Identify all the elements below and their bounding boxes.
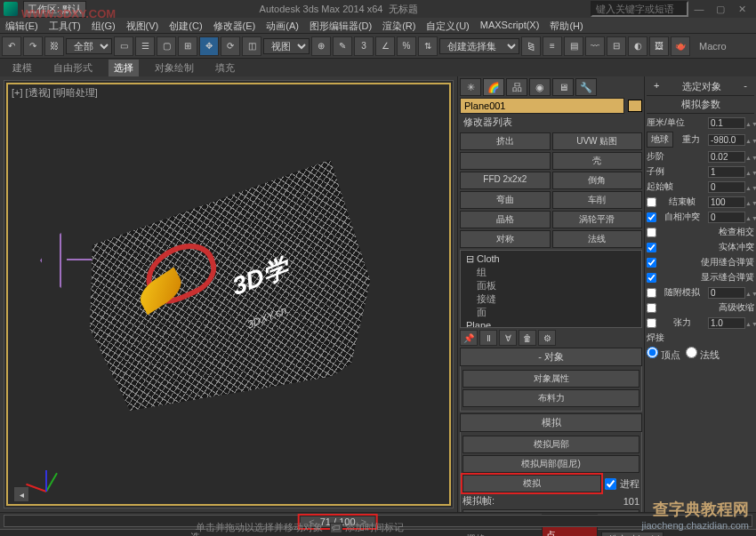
object-name-field[interactable]: Plane001	[460, 98, 624, 114]
make-unique-icon[interactable]: ∀	[499, 330, 517, 346]
mod-normal[interactable]: 法线	[552, 230, 643, 248]
configure-sets-icon[interactable]: ⚙	[538, 330, 556, 346]
mod-shell[interactable]: 壳	[552, 152, 643, 170]
check-intersect-checkbox[interactable]	[647, 228, 656, 237]
sim-params-header[interactable]: 模拟参数	[647, 96, 754, 114]
percent-snap-button[interactable]: %	[397, 36, 416, 56]
menu-views[interactable]: 视图(V)	[121, 18, 165, 33]
curve-editor-button[interactable]: 〰	[585, 36, 605, 56]
motion-tab-icon[interactable]: ◉	[529, 78, 551, 96]
mirror-button[interactable]: ⧎	[521, 36, 541, 56]
link-button[interactable]: ⛓	[44, 36, 64, 56]
end-frame-spinner[interactable]	[708, 196, 745, 208]
stack-sub-face[interactable]: 面	[462, 306, 639, 319]
prev-key-button[interactable]: ◂	[13, 486, 29, 502]
pin-stack-icon[interactable]: 📌	[460, 330, 478, 346]
material-editor-button[interactable]: ◐	[628, 36, 647, 56]
selfcollision-checkbox[interactable]	[647, 212, 656, 222]
menu-group[interactable]: 组(G)	[86, 18, 121, 33]
window-crossing-button[interactable]: ⊞	[178, 36, 197, 56]
thickness-spinner[interactable]	[708, 117, 745, 129]
schematic-button[interactable]: ⊟	[607, 36, 626, 56]
mod-bevel[interactable]: 倒角	[552, 172, 643, 189]
layers-button[interactable]: ▤	[564, 36, 583, 56]
end-frame-checkbox[interactable]	[647, 197, 656, 207]
menu-modifiers[interactable]: 修改器(E)	[208, 18, 261, 33]
ref-coord-system[interactable]: 视图	[263, 38, 310, 54]
remove-mod-icon[interactable]: 🗑	[519, 330, 536, 346]
app-logo-icon[interactable]	[4, 2, 18, 16]
redo-button[interactable]: ↷	[23, 36, 43, 56]
snap-button[interactable]: 3	[354, 36, 374, 56]
tension-checkbox[interactable]	[647, 318, 656, 328]
weld-vertex-radio[interactable]: 顶点	[647, 347, 680, 362]
menu-tools[interactable]: 工具(T)	[44, 18, 86, 33]
menu-edit[interactable]: 编辑(E)	[0, 18, 44, 33]
tab-selection[interactable]: 选择	[109, 60, 139, 76]
solid-collision-checkbox[interactable]	[647, 243, 656, 252]
align-button[interactable]: ≡	[543, 36, 562, 56]
modify-tab-icon[interactable]: 🌈	[483, 78, 504, 96]
minimize-button[interactable]: —	[688, 4, 710, 14]
menu-help[interactable]: 帮助(H)	[544, 18, 588, 33]
pivot-button[interactable]: ⊕	[311, 36, 331, 56]
mod-extrude[interactable]: 挤出	[460, 132, 551, 150]
spinner-snap-button[interactable]: ⇅	[418, 36, 438, 56]
stack-sub-panel[interactable]: 面板	[462, 279, 639, 292]
stack-plane[interactable]: Plane	[462, 319, 639, 328]
move-button[interactable]: ✥	[199, 36, 219, 56]
tab-object-paint[interactable]: 对象绘制	[149, 60, 199, 76]
render-setup-button[interactable]: 🖼	[649, 36, 669, 56]
perspective-viewport[interactable]: [+] [透视] [明暗处理] 3D学 3DXY.cn ◂	[4, 80, 454, 508]
show-sewing-checkbox[interactable]	[647, 273, 656, 283]
modifier-stack[interactable]: ⊟ Cloth 组 面板 接缝 面 Plane	[460, 250, 642, 328]
help-search-input[interactable]	[591, 1, 688, 17]
manipulate-button[interactable]: ✎	[333, 36, 352, 56]
key-filter-select[interactable]: 选定对象	[601, 532, 664, 537]
rotate-button[interactable]: ⟳	[221, 36, 240, 56]
sim-on-render-checkbox[interactable]	[647, 288, 656, 298]
selfcollision-spinner[interactable]	[708, 212, 745, 223]
mod-lathe[interactable]: 车削	[552, 191, 643, 209]
angle-snap-button[interactable]: ∠	[375, 36, 395, 56]
rollout-simulation[interactable]: 模拟	[460, 413, 642, 432]
menu-customize[interactable]: 自定义(U)	[421, 18, 474, 33]
weld-normal-radio[interactable]: 法线	[686, 347, 720, 362]
render-button[interactable]: 🫖	[671, 36, 690, 56]
gravity-spinner[interactable]	[708, 134, 745, 146]
mod-ffd[interactable]: FFD 2x2x2	[460, 172, 551, 189]
viewport-label[interactable]: [+] [透视] [明暗处理]	[12, 86, 98, 100]
tab-modeling[interactable]: 建模	[7, 60, 37, 76]
mod-uvwmap[interactable]: UVW 贴图	[552, 132, 643, 150]
maximize-button[interactable]: ▢	[710, 4, 731, 15]
selected-object-header[interactable]: +选定对象-	[647, 78, 754, 96]
time-tag-icon[interactable]: 🏷	[330, 523, 342, 533]
sim-local-button[interactable]: 模拟局部	[462, 436, 639, 453]
show-end-icon[interactable]: Ⅱ	[479, 330, 497, 346]
create-tab-icon[interactable]: ✳	[460, 78, 481, 96]
rect-select-button[interactable]: ▢	[157, 36, 176, 56]
menu-graph[interactable]: 图形编辑器(D)	[304, 18, 377, 33]
hierarchy-tab-icon[interactable]: 品	[506, 78, 527, 96]
tab-freeform[interactable]: 自由形式	[48, 60, 98, 76]
stack-sub-seam[interactable]: 接缝	[462, 292, 639, 306]
select-button[interactable]: ▭	[114, 36, 133, 56]
close-button[interactable]: ✕	[731, 4, 752, 15]
tab-populate[interactable]: 填充	[210, 60, 240, 76]
named-selection-sets[interactable]: 创建选择集	[439, 38, 519, 54]
menu-maxscript[interactable]: MAXScript(X)	[475, 18, 545, 33]
subsample-spinner[interactable]	[708, 166, 745, 178]
tension-spinner[interactable]	[708, 317, 745, 329]
mod-lattice[interactable]: 晶格	[460, 211, 551, 228]
mod-bend[interactable]: 弯曲	[460, 191, 551, 209]
use-sewing-checkbox[interactable]	[647, 258, 656, 268]
object-props-button[interactable]: 对象属性	[462, 370, 639, 388]
start-frame-spinner[interactable]	[708, 181, 745, 193]
utilities-tab-icon[interactable]: 🔧	[575, 78, 597, 96]
menu-animation[interactable]: 动画(A)	[261, 18, 304, 33]
simulate-button[interactable]: 模拟	[462, 475, 601, 492]
mod-blank[interactable]	[460, 152, 551, 170]
object-color-swatch[interactable]	[628, 100, 642, 112]
menu-render[interactable]: 渲染(R)	[377, 18, 421, 33]
stack-sub-group[interactable]: 组	[462, 266, 639, 279]
